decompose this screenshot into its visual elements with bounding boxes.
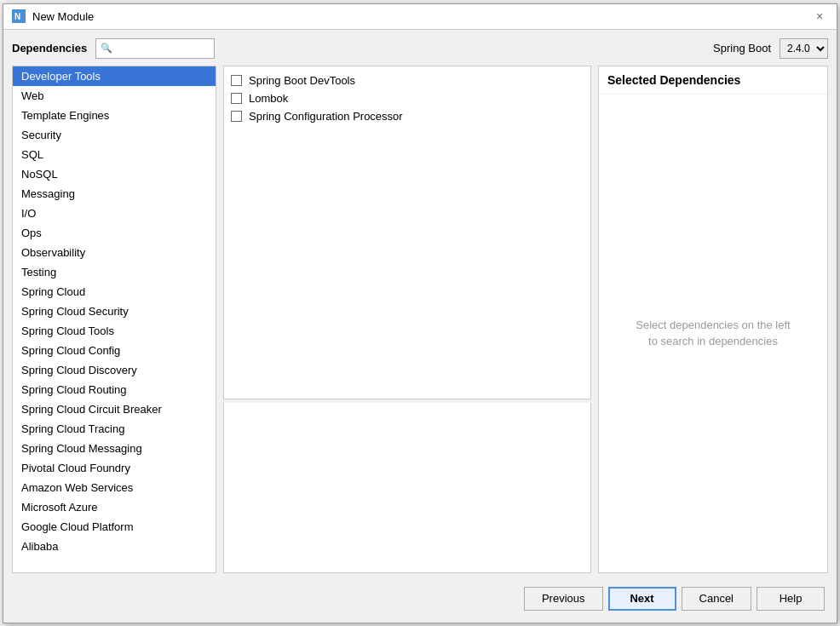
- selected-dependencies-body: Select dependencies on the left to searc…: [599, 95, 827, 572]
- category-item-spring-cloud-discovery[interactable]: Spring Cloud Discovery: [13, 360, 216, 380]
- svg-text:N: N: [14, 12, 20, 21]
- category-item-testing[interactable]: Testing: [13, 262, 216, 282]
- category-item-spring-cloud-messaging[interactable]: Spring Cloud Messaging: [13, 439, 216, 458]
- category-item-io[interactable]: I/O: [13, 204, 216, 223]
- title-bar-left: N New Module: [12, 9, 94, 23]
- dep-label-spring-configuration-processor: Spring Configuration Processor: [249, 110, 403, 123]
- dep-label-spring-boot-devtools: Spring Boot DevTools: [249, 74, 355, 87]
- next-button[interactable]: Next: [608, 587, 676, 611]
- category-item-template-engines[interactable]: Template Engines: [13, 106, 216, 125]
- category-item-spring-cloud[interactable]: Spring Cloud: [13, 282, 216, 302]
- search-icon: 🔍: [101, 43, 112, 54]
- content-area: Dependencies 🔍 Spring Boot 2.4.0 2.3.0 2…: [3, 30, 837, 623]
- search-input[interactable]: [95, 38, 215, 59]
- category-item-ops[interactable]: Ops: [13, 223, 216, 243]
- dialog-title: New Module: [32, 10, 94, 23]
- previous-button[interactable]: Previous: [524, 587, 603, 611]
- main-panel: Developer ToolsWebTemplate EnginesSecuri…: [12, 66, 828, 573]
- dep-checkbox-lombok[interactable]: [231, 93, 242, 104]
- help-button[interactable]: Help: [757, 587, 825, 611]
- category-item-spring-cloud-security[interactable]: Spring Cloud Security: [13, 302, 216, 321]
- dependencies-bottom-panel: [223, 403, 591, 573]
- cancel-button[interactable]: Cancel: [682, 587, 751, 611]
- category-item-observability[interactable]: Observability: [13, 243, 216, 262]
- category-item-google-cloud-platform[interactable]: Google Cloud Platform: [13, 517, 216, 537]
- close-button[interactable]: ×: [811, 8, 828, 25]
- empty-line1: Select dependencies on the left: [636, 319, 790, 331]
- category-item-amazon-web-services[interactable]: Amazon Web Services: [13, 478, 216, 497]
- category-item-nosql[interactable]: NoSQL: [13, 164, 216, 184]
- top-bar: Dependencies 🔍 Spring Boot 2.4.0 2.3.0 2…: [12, 38, 828, 59]
- category-item-web[interactable]: Web: [13, 86, 216, 106]
- dep-item-lombok[interactable]: Lombok: [229, 89, 585, 107]
- dep-item-spring-configuration-processor[interactable]: Spring Configuration Processor: [229, 107, 585, 125]
- spring-boot-version-select[interactable]: 2.4.0 2.3.0 2.2.0: [780, 38, 828, 59]
- dep-label-lombok: Lombok: [249, 92, 288, 105]
- dep-checkbox-spring-configuration-processor[interactable]: [231, 111, 242, 122]
- spring-boot-label: Spring Boot: [713, 42, 771, 55]
- category-item-developer-tools[interactable]: Developer Tools: [13, 66, 216, 86]
- category-item-spring-cloud-tracing[interactable]: Spring Cloud Tracing: [13, 419, 216, 439]
- empty-line2: to search in dependencies: [648, 335, 778, 347]
- dep-item-spring-boot-devtools[interactable]: Spring Boot DevTools: [229, 72, 585, 89]
- new-module-dialog: N New Module × Dependencies 🔍 Spring Boo…: [3, 3, 837, 623]
- categories-panel: Developer ToolsWebTemplate EnginesSecuri…: [12, 66, 216, 573]
- selected-dependencies-header: Selected Dependencies: [599, 66, 827, 95]
- category-item-spring-cloud-tools[interactable]: Spring Cloud Tools: [13, 321, 216, 341]
- search-wrapper: 🔍: [95, 38, 215, 59]
- middle-panel: Spring Boot DevToolsLombokSpring Configu…: [223, 66, 591, 573]
- title-bar: N New Module ×: [3, 4, 837, 30]
- category-item-pivotal-cloud-foundry[interactable]: Pivotal Cloud Foundry: [13, 458, 216, 478]
- category-item-spring-cloud-circuit-breaker[interactable]: Spring Cloud Circuit Breaker: [13, 399, 216, 419]
- bottom-bar: Previous Next Cancel Help: [12, 580, 828, 614]
- dep-checkbox-spring-boot-devtools[interactable]: [231, 75, 242, 86]
- category-item-sql[interactable]: SQL: [13, 145, 216, 164]
- dialog-icon: N: [12, 9, 26, 23]
- dependencies-top-panel: Spring Boot DevToolsLombokSpring Configu…: [223, 66, 591, 399]
- category-item-alibaba[interactable]: Alibaba: [13, 537, 216, 556]
- category-item-messaging[interactable]: Messaging: [13, 184, 216, 204]
- category-item-spring-cloud-config[interactable]: Spring Cloud Config: [13, 341, 216, 360]
- dependencies-label: Dependencies: [12, 42, 87, 55]
- category-item-microsoft-azure[interactable]: Microsoft Azure: [13, 497, 216, 517]
- selected-dependencies-panel: Selected Dependencies Select dependencie…: [598, 66, 828, 573]
- category-item-spring-cloud-routing[interactable]: Spring Cloud Routing: [13, 380, 216, 399]
- category-item-security[interactable]: Security: [13, 125, 216, 145]
